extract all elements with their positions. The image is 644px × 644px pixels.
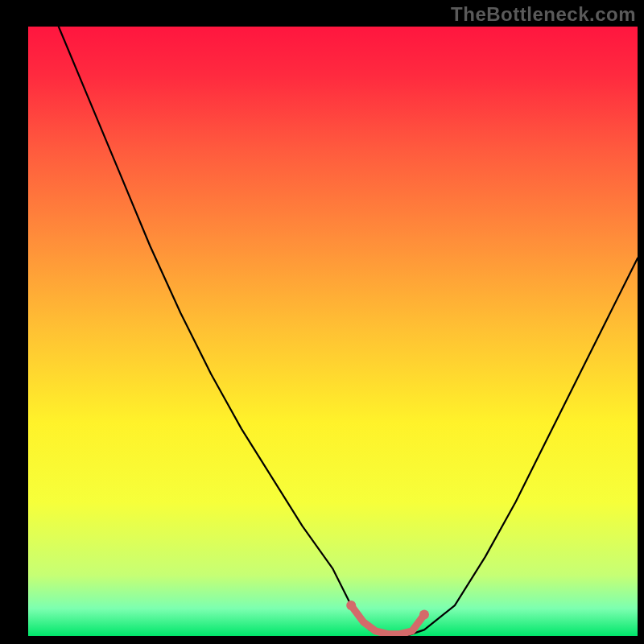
chart-frame: TheBottleneck.com <box>0 0 644 644</box>
optimal-end <box>419 610 429 620</box>
plot-background <box>28 27 638 636</box>
chart-svg <box>0 0 644 644</box>
optimal-start <box>346 601 356 610</box>
watermark-text: TheBottleneck.com <box>451 3 636 26</box>
